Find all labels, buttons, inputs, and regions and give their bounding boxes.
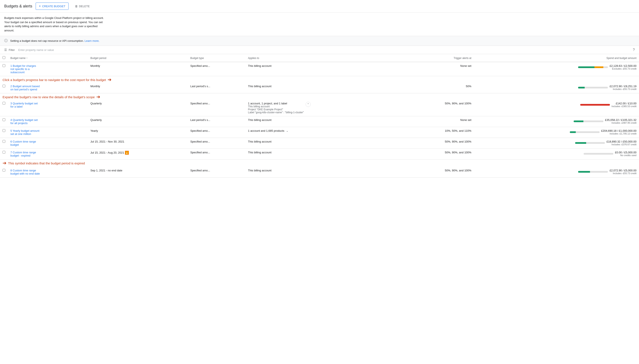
row-checkbox[interactable] [3, 118, 5, 121]
select-all-checkbox[interactable] [3, 56, 5, 59]
trigger-alerts-cell: 50% [401, 82, 474, 93]
row-checkbox[interactable] [3, 169, 5, 172]
trigger-value: None set [460, 118, 471, 122]
row-checkbox-cell[interactable] [0, 116, 8, 127]
table-row: 5 Yearly budget amount set at one millio… [0, 127, 639, 138]
budget-name[interactable]: 5 Yearly budget amount set at one millio… [11, 129, 40, 136]
col-budget-type: Budget type [188, 54, 246, 62]
applies-to-primary: 1 account and 1,685 products [248, 129, 284, 132]
col-applies-to: Applies to [246, 54, 401, 62]
trigger-alerts-cell: 50%, 90%, and 100% [401, 149, 474, 160]
row-checkbox-cell[interactable] [0, 62, 8, 76]
applies-to-cell: This billing account [246, 82, 401, 93]
row-checkbox[interactable] [3, 151, 5, 154]
amount-credit: Excludes -£55.73 credit [609, 68, 636, 70]
collapse-row-button[interactable]: ⌃ [306, 102, 311, 107]
budget-name[interactable]: 8 Custom time range budget with no end d… [11, 169, 40, 175]
applies-to-primary: This billing account [248, 64, 272, 68]
row-checkbox-cell[interactable] [0, 149, 8, 160]
row-checkbox-cell[interactable] [0, 167, 8, 178]
progress-bar[interactable] [574, 120, 603, 122]
row-checkbox[interactable] [3, 102, 5, 104]
applies-to-detail: This billing account [248, 105, 304, 108]
applies-to-primary: This billing account [248, 151, 272, 154]
info-text: Setting a budget does not cap resource o… [10, 39, 100, 42]
budget-name[interactable]: 4 Quarterly budget set for all projects [11, 118, 40, 125]
progress-bar[interactable] [575, 142, 605, 144]
create-budget-button[interactable]: + CREATE BUDGET [36, 2, 69, 10]
applies-to-detail: Project "GKE Example Project" [248, 108, 304, 111]
budget-period-cell: Sep 1, 2021 - no end date [88, 167, 188, 178]
expand-row-annotation: Expand the budget's row to view the deta… [3, 95, 95, 99]
progress-bar[interactable] [580, 104, 610, 106]
budget-name[interactable]: 3 Quarterly budget set for a label [11, 102, 40, 108]
col-trigger-alerts: Trigger alerts at [401, 54, 474, 62]
row-checkbox[interactable] [3, 129, 5, 132]
trigger-value: 50% [466, 85, 471, 88]
budget-period-cell: Quarterly [88, 100, 188, 116]
row-checkbox[interactable] [3, 140, 5, 143]
budget-name[interactable]: 1 Budget for charges not specific to a s… [11, 64, 40, 74]
row-checkbox-cell[interactable] [0, 127, 8, 138]
info-icon: ⓘ [4, 38, 8, 43]
annotation-row: Click a budget's progress bar to navigat… [0, 76, 639, 83]
filter-input[interactable] [18, 48, 631, 52]
row-checkbox[interactable] [3, 85, 5, 88]
row-checkbox[interactable] [3, 64, 5, 67]
spend-amount-cell: £204,690.18 / £1,000,000.00 Includes -£1… [474, 127, 639, 138]
budget-period-cell: Quarterly [88, 116, 188, 127]
annotation-arrow-up: ➔ [3, 160, 6, 166]
applies-to-detail: Label "goog-k8s-cluster-name" : "billing… [248, 111, 304, 114]
progress-bar[interactable] [578, 171, 608, 173]
expand-chevron[interactable]: ⌄ [286, 129, 288, 132]
budget-name[interactable]: 6 Custom time range budget [11, 140, 40, 146]
budgets-table-container: Budget name ↑ Budget period Budget type … [0, 54, 639, 178]
col-budget-period: Budget period [88, 54, 188, 62]
budget-type-cell: Specified amo... [188, 167, 246, 178]
budget-period-cell: Monthly [88, 82, 188, 93]
filter-label: Filter [9, 48, 15, 52]
budget-type-cell: Specified amo... [188, 100, 246, 116]
trigger-alerts-cell: None set [401, 116, 474, 127]
progress-bar[interactable] [578, 87, 608, 88]
progress-bar[interactable] [584, 153, 613, 155]
delete-button[interactable]: 🗑 DELETE [72, 3, 93, 9]
applies-to-primary: 1 account, 1 project, and 1 label [248, 102, 304, 105]
budget-name[interactable]: 7 Custom time range budget - expired [11, 151, 40, 157]
applies-to-cell: This billing account [246, 149, 401, 160]
help-icon[interactable]: ? [633, 48, 635, 52]
learn-more-link[interactable]: Learn more. [85, 39, 100, 42]
applies-to-cell: This billing account [246, 167, 401, 178]
col-budget-name[interactable]: Budget name ↑ [8, 54, 88, 62]
budget-type-cell: Specified amo... [188, 138, 246, 149]
applies-to-cell: 1 account and 1,685 products ⌄ [246, 127, 401, 138]
budget-name-cell: 6 Custom time range budget [8, 138, 88, 149]
trigger-value: 10%, 50%, and 110% [445, 129, 471, 132]
amount-credit: No credits used [615, 154, 636, 156]
spend-amount-cell: £142.00 / £10.00 Includes -£365.53 credi… [474, 100, 639, 116]
progress-bar[interactable] [570, 131, 599, 133]
col-spend-amount: Spend and budget amount [474, 54, 639, 62]
row-checkbox-cell[interactable] [0, 138, 8, 149]
trigger-alerts-cell: None set [401, 62, 474, 76]
progress-bar[interactable] [578, 66, 608, 68]
applies-to-primary: This billing account [248, 118, 272, 122]
budget-name[interactable]: 2 Budget amount based on last period's s… [11, 85, 40, 91]
spend-amount-cell: £2,072.90 / £9,251.19 Includes -£55.73 c… [474, 82, 639, 93]
budget-name-cell: 8 Custom time range budget with no end d… [8, 167, 88, 178]
row-checkbox-cell[interactable] [0, 100, 8, 116]
amount-main: £2,128.63 / £2,500.00 [609, 64, 636, 68]
spend-amount-cell: £35,058.22 / £105,321.32 Includes -£487.… [474, 116, 639, 127]
trigger-value: 50%, 90%, and 100% [445, 140, 471, 143]
page-title: Budgets & alerts [4, 4, 32, 8]
amount-credit: Includes -£365.53 credit [612, 105, 636, 108]
budget-period-cell: Yearly [88, 127, 188, 138]
select-all-checkbox-cell[interactable] [0, 54, 8, 62]
amount-credit: Includes -£376.67 credit [606, 143, 636, 146]
trigger-value: 50%, 90%, and 100% [445, 151, 471, 154]
applies-to-cell: This billing account [246, 116, 401, 127]
annotation-arrow-right: ➔ [108, 77, 111, 82]
row-checkbox-cell[interactable] [0, 82, 8, 93]
plus-icon: + [39, 4, 41, 8]
budget-name-cell: 5 Yearly budget amount set at one millio… [8, 127, 88, 138]
